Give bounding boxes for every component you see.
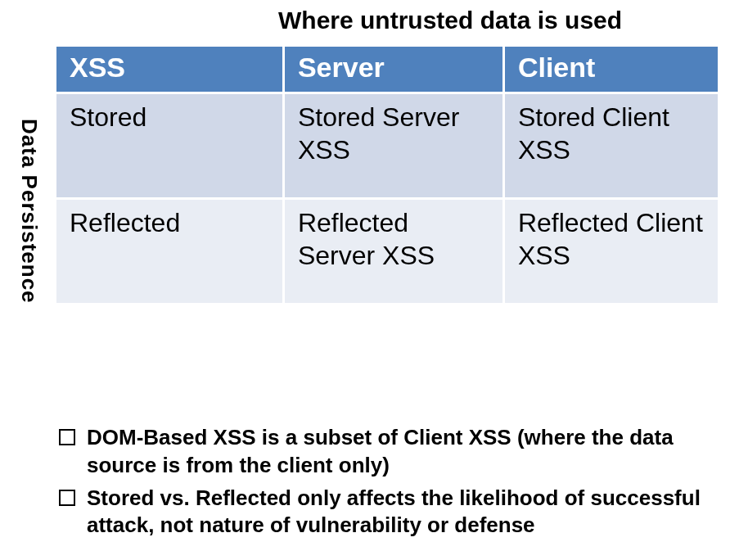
bullet-text: DOM-Based XSS is a subset of Client XSS … (87, 424, 714, 480)
table-header-row: XSS Server Client (56, 46, 719, 93)
header-server: Server (283, 46, 503, 93)
xss-classification-table: XSS Server Client Stored Stored Server X… (54, 44, 720, 305)
cell-stored-server: Stored Server XSS (283, 93, 503, 199)
hollow-square-bullet-icon (59, 490, 75, 506)
header-xss: XSS (56, 46, 284, 93)
cell-reflected-client: Reflected Client XSS (503, 199, 719, 305)
list-item: DOM-Based XSS is a subset of Client XSS … (59, 424, 714, 480)
side-label-data-persistence: Data Persistence (16, 119, 42, 304)
cell-reflected: Reflected (56, 199, 284, 305)
list-item: Stored vs. Reflected only affects the li… (59, 485, 714, 540)
table-row: Stored Stored Server XSS Stored Client X… (56, 93, 719, 199)
cell-stored-client: Stored Client XSS (503, 93, 719, 199)
header-client: Client (503, 46, 719, 93)
bullet-text: Stored vs. Reflected only affects the li… (87, 485, 714, 540)
table-row: Reflected Reflected Server XSS Reflected… (56, 199, 719, 305)
cell-reflected-server: Reflected Server XSS (283, 199, 503, 305)
cell-stored: Stored (56, 93, 284, 199)
title-top: Where untrusted data is used (278, 7, 720, 34)
bullet-list: DOM-Based XSS is a subset of Client XSS … (59, 424, 714, 544)
hollow-square-bullet-icon (59, 429, 75, 445)
